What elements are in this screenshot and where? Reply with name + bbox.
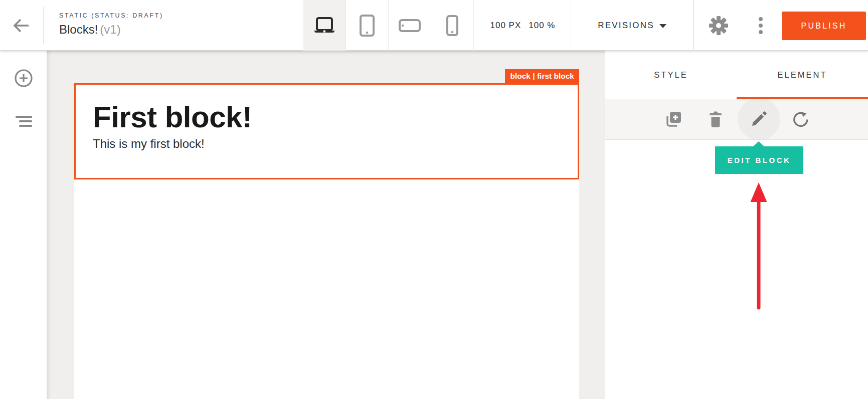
device-desktop-button[interactable]: [303, 0, 346, 51]
viewport-zoom-value: 100 %: [529, 21, 555, 31]
edit-block-tooltip: EDIT BLOCK: [715, 146, 803, 174]
element-toolbar: [605, 99, 868, 140]
duplicate-icon: [664, 110, 682, 128]
viewport-size-indicator: 100 PX 100 %: [475, 0, 571, 51]
more-options-button[interactable]: [750, 13, 772, 38]
page-version: (v1): [100, 23, 120, 36]
laptop-icon: [312, 17, 336, 35]
tooltip-label: EDIT BLOCK: [728, 156, 791, 164]
tablet-portrait-icon: [359, 15, 375, 37]
left-sidebar: [0, 51, 47, 399]
page-title: Blocks!(v1): [59, 23, 163, 37]
page-title-group: STATIC (STATUS: DRAFT) Blocks!(v1): [59, 12, 163, 37]
site-tree-button[interactable]: [11, 109, 36, 134]
app-window: STATIC (STATUS: DRAFT) Blocks!(v1): [0, 0, 868, 399]
header-divider: [693, 0, 694, 51]
tab-element[interactable]: ELEMENT: [737, 51, 868, 99]
annotation-arrow-up: [746, 181, 771, 311]
device-phone-button[interactable]: [431, 0, 474, 51]
delete-button[interactable]: [702, 105, 730, 133]
add-element-button[interactable]: [11, 66, 36, 91]
device-tablet-portrait-button[interactable]: [346, 0, 389, 51]
chevron-down-icon: [659, 24, 666, 28]
add-circle-icon: [14, 68, 34, 88]
block-paragraph: This is my first block!: [93, 137, 558, 151]
edit-pencil-icon: [750, 111, 767, 128]
phone-icon: [446, 15, 459, 36]
gear-icon: [709, 16, 729, 36]
tab-style[interactable]: STYLE: [605, 51, 737, 99]
duplicate-button[interactable]: [659, 105, 687, 133]
revisions-dropdown[interactable]: REVISIONS: [571, 0, 693, 51]
tablet-landscape-icon: [399, 19, 421, 33]
back-button[interactable]: [9, 14, 34, 38]
device-tablet-landscape-button[interactable]: [389, 0, 431, 51]
inspector-tabs: STYLE ELEMENT: [605, 51, 868, 99]
device-preview-switcher: [303, 0, 474, 51]
header-divider: [43, 7, 44, 44]
selected-block-tag: block | first block: [505, 69, 579, 83]
page-status: STATIC (STATUS: DRAFT): [59, 12, 163, 19]
trash-icon: [708, 111, 724, 128]
revisions-label: REVISIONS: [598, 21, 654, 31]
selected-block[interactable]: First block! This is my first block!: [74, 83, 579, 179]
arrow-left-icon: [12, 17, 31, 34]
kebab-menu-icon: [758, 17, 763, 35]
page-title-text: Blocks!: [59, 23, 98, 36]
refresh-icon: [792, 111, 809, 128]
edit-block-button[interactable]: [745, 105, 773, 133]
site-tree-icon: [15, 115, 33, 127]
top-toolbar: STATIC (STATUS: DRAFT) Blocks!(v1): [0, 0, 868, 51]
viewport-width-value: 100 PX: [490, 21, 522, 31]
settings-button[interactable]: [705, 13, 732, 38]
editor-canvas: block | first block First block! This is…: [47, 51, 605, 399]
inspector-panel: STYLE ELEMENT: [605, 51, 868, 399]
publish-button[interactable]: PUBLISH: [782, 12, 866, 40]
block-heading: First block!: [93, 102, 558, 132]
reset-button[interactable]: [787, 105, 815, 133]
